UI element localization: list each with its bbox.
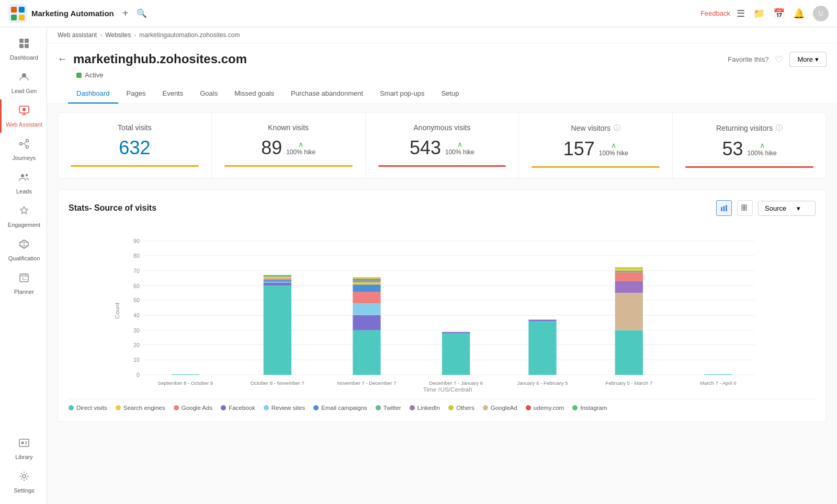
sidebar-item-engagement[interactable]: Engagement (0, 200, 47, 233)
svg-text:0: 0 (137, 372, 140, 378)
legend-twitter-dot (376, 405, 381, 410)
svg-rect-69 (442, 333, 470, 375)
svg-text:90: 90 (133, 238, 140, 244)
sidebar-item-leadgen[interactable]: Lead Gen (0, 66, 47, 99)
svg-rect-59 (353, 330, 380, 375)
chevron-down-icon: ▾ (815, 55, 819, 63)
sidebar-item-qualification-label: Qualification (8, 255, 40, 261)
anonymous-visits-hike: 543 ∧ 100% hike (378, 137, 506, 159)
legend-linkedin: LinkedIn (410, 405, 440, 411)
svg-rect-81 (615, 267, 643, 269)
legend-twitter: Twitter (376, 405, 401, 411)
bar-chart-btn[interactable] (716, 200, 732, 216)
legend-facebook: Facebook (221, 405, 255, 411)
breadcrumb-web-assistant[interactable]: Web assistant (58, 31, 97, 39)
tab-missed-goals[interactable]: Missed goals (226, 84, 282, 104)
tab-pages[interactable]: Pages (118, 84, 154, 104)
svg-text:Count: Count (114, 302, 120, 319)
returning-visitors-hike: 53 ∧ 100% hike (685, 138, 813, 160)
sidebar-item-webassistant[interactable]: Web Assistant (0, 99, 47, 133)
webassistant-icon (18, 105, 30, 119)
new-visitors-label: New visitors ⓘ (531, 123, 660, 133)
sidebar-item-dashboard[interactable]: Dashboard (0, 32, 47, 66)
svg-rect-54 (264, 280, 291, 282)
logo-icon (8, 4, 27, 23)
tab-goals[interactable]: Goals (191, 84, 226, 104)
tab-purchase-abandonment[interactable]: Purchase abandonment (282, 84, 371, 104)
known-visits-label: Known visits (224, 123, 353, 132)
topbar-icons: ☰ 📁 📅 🔔 U (737, 6, 829, 21)
stat-anonymous-visits: Anonymous visits 543 ∧ 100% hike (366, 113, 519, 178)
sidebar-item-qualification[interactable]: Qualification (0, 233, 47, 267)
bell-icon[interactable]: 🔔 (793, 8, 805, 19)
sidebar-item-leads-label: Leads (16, 188, 32, 194)
tab-dashboard[interactable]: Dashboard (68, 84, 118, 104)
returning-visitors-underline (685, 166, 813, 168)
feedback-link[interactable]: Feedback (700, 9, 730, 17)
legend-review-sites-dot (264, 405, 269, 410)
breadcrumb-sep-2: › (134, 31, 136, 39)
breadcrumb-websites[interactable]: Websites (105, 31, 131, 39)
legend-search-engines-label: Search engines (123, 405, 165, 411)
legend-others-label: Others (456, 405, 474, 411)
calendar-icon[interactable]: 📅 (773, 8, 785, 19)
svg-rect-7 (25, 44, 29, 48)
tab-setup[interactable]: Setup (433, 84, 467, 104)
svg-rect-26 (742, 208, 744, 210)
chart-title: Stats- Source of visits (69, 203, 156, 213)
new-visitors-info-icon[interactable]: ⓘ (614, 123, 620, 133)
svg-rect-66 (353, 279, 380, 281)
svg-rect-52 (264, 283, 291, 285)
new-hike-arrow: ∧ (599, 141, 628, 150)
tab-events[interactable]: Events (154, 84, 191, 104)
legend-udemy-label: udemy.com (534, 405, 564, 411)
stat-known-visits: Known visits 89 ∧ 100% hike (212, 113, 366, 178)
source-dropdown[interactable]: Source ▾ (758, 201, 816, 216)
svg-rect-61 (353, 303, 380, 315)
svg-rect-72 (528, 322, 556, 375)
grid-chart-btn[interactable] (737, 200, 753, 216)
engagement-icon (18, 205, 30, 220)
svg-rect-80 (615, 269, 643, 270)
page-header-top: ← marketinghub.zohosites.com Favorite th… (58, 52, 827, 67)
svg-rect-22 (723, 206, 725, 211)
svg-rect-63 (353, 284, 380, 292)
heart-icon[interactable]: ♡ (775, 54, 783, 65)
back-button[interactable]: ← (58, 54, 67, 65)
status-label: Active (85, 71, 103, 79)
anonymous-hike-arrow: ∧ (445, 140, 474, 148)
new-hike-text: 100% hike (599, 150, 628, 157)
content-area: Web assistant › Websites › marketingauto… (47, 27, 837, 504)
sidebar-item-settings[interactable]: Settings (0, 465, 47, 499)
chart-container: Count 0 10 20 30 40 (74, 224, 810, 392)
search-icon[interactable]: 🔍 (134, 6, 149, 21)
sidebar-item-library[interactable]: Library (0, 432, 47, 465)
anonymous-hike-text: 100% hike (445, 148, 474, 156)
legend-email-campaigns-label: Email campaigns (321, 405, 367, 411)
sidebar-item-journeys[interactable]: Journeys (0, 133, 47, 166)
returning-visitors-info-icon[interactable]: ⓘ (776, 123, 783, 133)
sidebar-item-dashboard-label: Dashboard (10, 54, 38, 61)
svg-point-13 (26, 146, 29, 148)
svg-rect-77 (615, 281, 643, 293)
svg-rect-24 (742, 205, 744, 207)
list-icon[interactable]: ☰ (737, 8, 745, 19)
avatar[interactable]: U (813, 6, 829, 21)
svg-rect-78 (615, 272, 643, 281)
app-logo[interactable]: Marketing Automation (8, 4, 114, 23)
tab-smart-popups[interactable]: Smart pop-ups (371, 84, 433, 104)
legend-search-engines-dot (116, 405, 121, 410)
stats-row: Total visits 632 Known visits 89 ∧ 100% … (58, 112, 827, 179)
svg-point-11 (20, 143, 22, 145)
legend-direct-visits: Direct visits (69, 405, 107, 411)
more-button[interactable]: More ▾ (789, 52, 827, 67)
sidebar-item-planner[interactable]: Planner (0, 267, 47, 300)
sidebar-item-settings-label: Settings (14, 487, 35, 494)
svg-rect-6 (19, 44, 24, 48)
legend-review-sites-label: Review sites (272, 405, 306, 411)
status-dot (76, 73, 82, 78)
sidebar-item-leads[interactable]: Leads (0, 166, 47, 200)
add-button[interactable]: + (122, 7, 129, 19)
svg-point-10 (22, 108, 26, 111)
folder-icon[interactable]: 📁 (753, 8, 765, 19)
